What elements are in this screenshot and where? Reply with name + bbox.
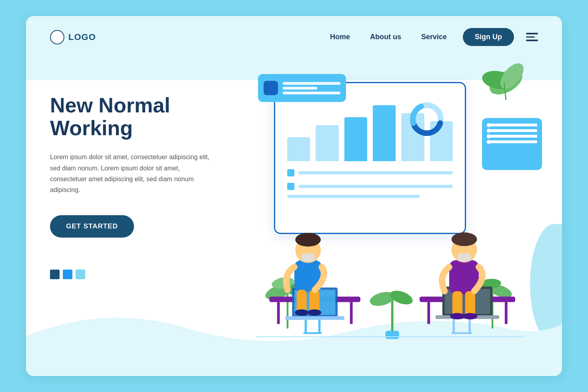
bar-3 — [344, 117, 367, 161]
svg-rect-23 — [301, 253, 315, 261]
plant-top-right-icon — [478, 62, 526, 102]
nav-link-about[interactable]: About us — [370, 33, 401, 41]
svg-rect-52 — [465, 291, 475, 316]
cr-dot-4 — [487, 140, 491, 144]
svg-point-53 — [450, 313, 464, 319]
nav-links: Home About us Service — [330, 33, 447, 41]
dot-1 — [50, 270, 60, 279]
nav-link-service[interactable]: Service — [421, 33, 447, 41]
main-content: New Normal Working Lorem ipsum dolor sit… — [26, 58, 562, 376]
dot-3 — [76, 270, 85, 279]
bar-1 — [287, 137, 310, 161]
dash-line-1 — [298, 171, 453, 174]
hero-description: Lorem ipsum dolor sit amet, consectetuer… — [50, 152, 210, 195]
floating-card-right — [482, 118, 542, 170]
nav-link-home[interactable]: Home — [330, 33, 350, 41]
svg-point-27 — [295, 309, 308, 316]
signup-button[interactable]: Sign Up — [463, 28, 514, 46]
logo-text: LOGO — [68, 32, 96, 42]
floating-card-top — [258, 74, 346, 102]
cr-bar-3 — [493, 135, 537, 138]
card-lines — [283, 82, 340, 94]
svg-rect-26 — [309, 290, 319, 312]
dot-2 — [63, 270, 72, 279]
logo-area: LOGO — [50, 30, 96, 44]
bar-4 — [373, 105, 396, 161]
get-started-button[interactable]: GET STARTED — [50, 215, 134, 238]
svg-point-28 — [308, 309, 321, 316]
svg-rect-49 — [457, 253, 471, 261]
card-line-1 — [283, 82, 340, 85]
svg-rect-25 — [297, 290, 307, 312]
card-line-3 — [283, 92, 340, 94]
bar-2 — [316, 125, 338, 161]
cr-line-4 — [487, 140, 537, 143]
card-icon — [264, 81, 278, 95]
left-panel: New Normal Working Lorem ipsum dolor sit… — [50, 70, 242, 279]
card-line-2 — [283, 87, 317, 90]
hamburger-line-2 — [526, 36, 535, 38]
dash-row-1 — [287, 169, 453, 176]
cr-dot-3 — [487, 134, 491, 138]
dots-row — [50, 270, 242, 279]
main-card: LOGO Home About us Service Sign Up New N… — [26, 16, 562, 376]
people-illustration — [242, 183, 538, 342]
hamburger-line-1 — [526, 33, 538, 34]
donut-chart — [409, 101, 445, 137]
logo-icon — [50, 30, 64, 44]
hamburger-line-3 — [526, 40, 538, 41]
navbar: LOGO Home About us Service Sign Up — [26, 16, 562, 58]
dash-square-1 — [287, 169, 294, 176]
svg-rect-32 — [386, 331, 399, 339]
cr-line-3 — [487, 135, 537, 138]
svg-rect-51 — [452, 291, 462, 316]
cr-bar-2 — [493, 129, 537, 132]
cr-bar-1 — [493, 124, 537, 126]
right-panel — [242, 70, 538, 350]
hamburger-menu[interactable] — [526, 33, 538, 41]
svg-point-54 — [463, 313, 477, 319]
svg-point-24 — [295, 233, 321, 246]
bar-chart — [283, 97, 457, 161]
cr-line-1 — [487, 124, 537, 126]
svg-rect-20 — [285, 316, 344, 320]
cr-line-2 — [487, 129, 537, 132]
hero-title: New Normal Working — [50, 94, 242, 140]
cr-bar-4 — [493, 140, 537, 143]
svg-point-50 — [452, 232, 477, 246]
cr-dot-2 — [487, 129, 491, 133]
cr-dot-1 — [487, 123, 491, 127]
